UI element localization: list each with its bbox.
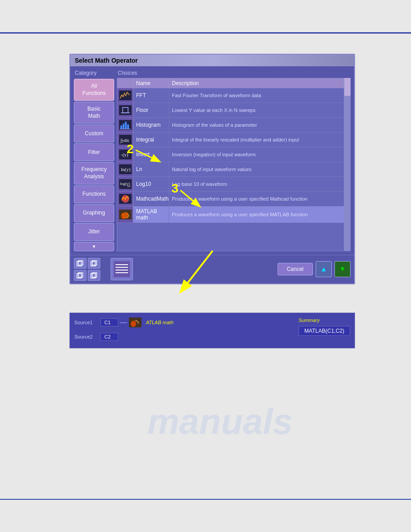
table-row[interactable]: -(y) Invert Inversion (negation) of inpu… [117,147,344,162]
svg-point-38 [131,321,136,327]
col-icon [117,78,133,88]
row-icon-fft [117,88,133,103]
svg-rect-5 [120,125,122,129]
cat-btn-frequency[interactable]: FrequencyAnalysis [74,162,114,184]
choices-table: Name Description FFT Fast Fourier Transf [117,78,344,251]
row-icon-floor [117,103,133,117]
table-row-matlab[interactable]: MATLAB math Produces a waveform using a … [117,206,344,223]
grid-icon [77,272,84,279]
matlab-icon [119,210,132,219]
svg-text:ln(y): ln(y) [121,167,131,172]
svg-text:-(y): -(y) [121,152,128,158]
row-name-matlab: MATLAB math [133,206,169,223]
footer-icon-4[interactable] [88,270,100,281]
table-row[interactable]: ∫ydx Integral Integral of the linearly r… [117,133,344,147]
paste-icon [90,260,98,266]
category-label: Category [74,70,114,76]
source2-value: C2 [100,333,118,341]
dialog-title: Select Math Operator [70,55,354,66]
cancel-button[interactable]: Cancel [278,263,313,275]
row-desc-ln: Natural log of input waveform values [169,162,344,176]
invert-icon: -(y) [119,150,132,159]
list-icon [114,261,130,277]
source2-label: Source2 [74,334,97,339]
bottom-line [0,499,411,500]
table-row[interactable]: Histogram Histogram of the values of a p… [117,118,344,133]
cat-btn-filter[interactable]: Filter [74,143,114,161]
choices-table-wrapper: Name Description FFT Fast Fourier Transf [117,78,351,251]
row-icon-ln: ln(y) [117,162,133,176]
copy-icon [77,260,84,266]
grid2-icon [90,272,98,279]
ln-icon: ln(y) [119,164,132,174]
row-desc-log10: Log base 10 of waveform [169,177,344,191]
histogram-icon [119,120,132,130]
cat-btn-graphing[interactable]: Graphing [74,204,114,222]
fft-icon [119,90,132,100]
table-row[interactable]: FFT Fast Fourier Transform of waveform d… [117,88,344,103]
bottom-panel: Source1 C1 — ATLAB math Source2 C2 Summa… [69,313,355,348]
row-name-integral: Integral [133,133,169,147]
category-panel: Category AllFunctions BasicMath Custom F… [74,70,114,251]
row-icon-matlab [117,206,133,223]
svg-rect-8 [127,124,129,129]
row-icon-log10: log(y) 10 [117,177,133,191]
row-name-mathcad: MathcadMath [133,192,169,206]
watermark: manuals [147,401,293,442]
svg-text:10: 10 [127,184,131,188]
source1-row: Source1 C1 — ATLAB math [74,317,176,327]
svg-rect-1 [119,105,132,115]
row-icon-integral: ∫ydx [117,133,133,147]
source1-value: C1 [100,318,118,326]
row-icon-invert: -(y) [117,147,133,162]
table-row[interactable]: log(y) 10 Log10 Log base 10 of waveform [117,177,344,192]
svg-rect-6 [123,124,124,129]
table-row[interactable]: Floor Lowest Y value at each X in N swee… [117,103,344,118]
footer-icon-1[interactable] [74,258,86,269]
cat-btn-functions[interactable]: Functions [74,185,114,203]
nav-down-button[interactable]: ▼ [334,261,351,277]
row-name-floor: Floor [133,103,169,117]
summary-label: Summary [299,317,350,323]
summary-value: MATLAB(C1,C2) [299,326,350,336]
footer-icon-2[interactable] [88,258,100,269]
row-name-log10: Log10 [133,177,169,191]
svg-text:∫ydx: ∫ydx [120,137,129,143]
cat-btn-jitter[interactable]: Jitter [74,223,114,241]
row-name-invert: Invert [133,147,169,162]
dialog-footer: Cancel ▲ ▼ [70,255,354,283]
choices-label: Choices [117,70,351,76]
cat-btn-custom[interactable]: Custom [74,124,114,142]
table-header: Name Description [117,78,344,88]
row-desc-invert: Inversion (negation) of input waveform [169,147,344,162]
log10-icon: log(y) 10 [119,179,132,189]
summary-section: Summary MATLAB(C1,C2) [299,317,350,336]
integral-icon: ∫ydx [119,135,132,145]
footer-icon-3[interactable] [74,270,86,281]
row-icon-mathcad [117,192,133,206]
table-scrollbar[interactable] [344,78,351,251]
cat-btn-basicmath[interactable]: BasicMath [74,102,114,124]
row-desc-floor: Lowest Y value at each X in N sweeps [169,103,344,117]
op-label: ATLAB math [143,319,176,326]
row-desc-histogram: Histogram of the values of a parameter [169,118,344,132]
select-math-dialog: Select Math Operator Category AllFunctio… [69,54,355,284]
scrollbar-thumb[interactable] [344,78,351,96]
row-desc-fft: Fast Fourier Transform of waveform data [169,88,344,103]
source2-row: Source2 C2 [74,333,176,341]
row-name-histogram: Histogram [133,118,169,132]
category-scroll-down[interactable]: ▼ [74,242,114,251]
table-row[interactable]: ln(y) Ln Natural log of input waveform v… [117,162,344,177]
top-line [0,32,411,34]
col-name: Name [133,78,169,88]
row-name-ln: Ln [133,162,169,176]
row-desc-mathcad: Produces a waveform using a user specifi… [169,192,344,206]
dialog-body: Category AllFunctions BasicMath Custom F… [70,66,354,255]
footer-list-icon[interactable] [111,258,133,280]
nav-up-button[interactable]: ▲ [316,261,332,277]
cat-btn-all[interactable]: AllFunctions [74,79,114,101]
col-desc: Description [169,78,344,88]
source1-label: Source1 [74,320,97,325]
table-row[interactable]: MathcadMath Produces a waveform using a … [117,192,344,206]
row-icon-histogram [117,118,133,132]
